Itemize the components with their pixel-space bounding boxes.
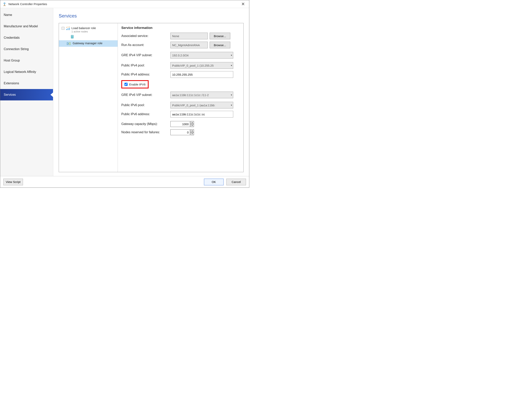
public-ipv6-address-field[interactable] — [170, 111, 233, 117]
row-associated-service: Associated service: Browse... — [121, 33, 239, 39]
run-as-field[interactable] — [170, 42, 208, 48]
sidebar: Name Manufacturer and Model Credentials … — [0, 8, 53, 176]
enable-ipv6-checkbox[interactable] — [125, 83, 128, 86]
gre-ipv6-subnet-combo[interactable] — [170, 92, 233, 98]
row-gre-ipv6: GRE IPv6 VIP subnet: ▾ — [121, 92, 239, 98]
public-ipv4-pool-combo[interactable] — [170, 62, 233, 69]
svg-rect-4 — [68, 28, 68, 30]
spin-down-icon[interactable]: ▼ — [190, 124, 194, 127]
associated-service-field[interactable] — [170, 33, 208, 39]
tree-item-load-balancer[interactable]: − Load balancer role 1 active nodes — [59, 25, 118, 34]
expand-collapse-icon[interactable]: − — [62, 27, 64, 30]
sidebar-item-host-group[interactable]: Host Group — [0, 55, 53, 66]
titlebar: Network Controller Properties ✕ — [0, 0, 249, 8]
row-public-ipv6-pool: Public IPv6 pool: ▾ — [121, 102, 239, 109]
spin-down-icon[interactable]: ▼ — [190, 132, 194, 135]
app-icon — [3, 2, 6, 6]
public-ipv6-pool-combo[interactable] — [170, 102, 233, 109]
services-panel: − Load balancer role 1 active nodes — [59, 23, 244, 172]
svg-rect-5 — [69, 28, 70, 30]
row-public-ipv4-pool: Public IPv4 pool: ▾ — [121, 62, 239, 69]
svg-rect-2 — [3, 6, 6, 6]
body: Name Manufacturer and Model Credentials … — [0, 8, 249, 176]
sidebar-item-credentials[interactable]: Credentials — [0, 32, 53, 43]
label-gateway-capacity: Gateway capacity (Mbps): — [121, 122, 170, 126]
footer: View Script OK Cancel — [0, 176, 249, 187]
svg-rect-10 — [71, 35, 73, 36]
tree-item-gateway-manager[interactable]: Gateway manager role — [59, 40, 118, 47]
cancel-button[interactable]: Cancel — [226, 179, 246, 185]
sidebar-item-logical-network-affinity[interactable]: Logical Network Affinity — [0, 66, 53, 78]
gateway-capacity-spinner[interactable] — [170, 121, 190, 127]
load-balancer-icon — [66, 27, 70, 30]
label-gre-ipv6: GRE IPv6 VIP subnet: — [121, 93, 170, 97]
row-public-ipv4-address: Public IPv4 address: — [121, 71, 239, 78]
sidebar-item-label: Services — [4, 93, 16, 96]
tree-item-subtext: 1 active nodes — [71, 30, 96, 33]
spin-up-icon[interactable]: ▲ — [190, 129, 194, 132]
sidebar-item-label: Manufacturer and Model — [4, 24, 38, 28]
gre-ipv4-subnet-combo[interactable] — [170, 52, 233, 58]
label-gre-ipv4: GRE IPv4 VIP subnet: — [121, 53, 170, 57]
sidebar-item-label: Connection String — [4, 47, 29, 51]
label-public-ipv6-pool: Public IPv6 pool: — [121, 103, 170, 107]
sidebar-item-extensions[interactable]: Extensions — [0, 78, 53, 89]
window-title: Network Controller Properties — [8, 2, 47, 6]
tree-item-label: Load balancer role — [71, 26, 96, 30]
row-public-ipv6-address: Public IPv6 address: — [121, 111, 239, 117]
ok-button[interactable]: OK — [204, 179, 224, 185]
svg-rect-1 — [4, 4, 5, 6]
svg-rect-11 — [67, 42, 68, 45]
sidebar-item-label: Extensions — [4, 82, 19, 85]
role-tree: − Load balancer role 1 active nodes — [59, 23, 118, 172]
svg-point-0 — [4, 3, 5, 4]
sidebar-item-label: Credentials — [4, 36, 20, 39]
sidebar-item-services[interactable]: Services — [0, 89, 53, 100]
sidebar-item-label: Logical Network Affinity — [4, 70, 36, 74]
properties-dialog: Network Controller Properties ✕ Name Man… — [0, 0, 249, 188]
row-gateway-capacity: Gateway capacity (Mbps): ▲ ▼ — [121, 121, 239, 127]
public-ipv4-address-field[interactable] — [170, 71, 233, 78]
svg-point-7 — [68, 27, 68, 28]
label-public-ipv6-address: Public IPv6 address: — [121, 112, 170, 116]
view-script-button[interactable]: View Script — [3, 179, 23, 185]
sidebar-item-label: Name — [4, 13, 12, 17]
label-public-ipv4-pool: Public IPv4 pool: — [121, 64, 170, 67]
node-icon[interactable] — [71, 35, 74, 39]
svg-rect-12 — [69, 42, 70, 45]
highlight-annotation: Enable IPV6 — [121, 80, 149, 88]
label-public-ipv4-address: Public IPv4 address: — [121, 73, 170, 76]
browse-run-as-button[interactable]: Browse... — [210, 42, 230, 48]
sidebar-item-connection-string[interactable]: Connection String — [0, 43, 53, 55]
service-form: Service information Associated service: … — [118, 23, 243, 172]
row-run-as: Run As account: Browse... — [121, 42, 239, 48]
browse-associated-service-button[interactable]: Browse... — [210, 33, 230, 39]
sidebar-item-name[interactable]: Name — [0, 9, 53, 21]
sidebar-item-label: Host Group — [4, 59, 20, 62]
tree-item-label: Gateway manager role — [73, 41, 102, 45]
label-associated-service: Associated service: — [121, 34, 170, 38]
main-pane: Services − — [53, 8, 249, 176]
nodes-reserved-spinner[interactable] — [170, 129, 190, 135]
page-title: Services — [59, 13, 244, 19]
section-title: Service information — [121, 26, 239, 30]
svg-point-8 — [69, 27, 70, 27]
label-nodes-reserved: Nodes reserved for failures: — [121, 130, 170, 134]
row-nodes-reserved: Nodes reserved for failures: ▲ ▼ — [121, 129, 239, 135]
gateway-icon — [67, 42, 71, 46]
row-gre-ipv4: GRE IPv4 VIP subnet: ▾ — [121, 52, 239, 58]
svg-rect-3 — [66, 29, 67, 30]
close-icon[interactable]: ✕ — [239, 1, 247, 7]
label-run-as: Run As account: — [121, 43, 170, 47]
svg-point-6 — [66, 27, 67, 28]
sidebar-item-manufacturer-model[interactable]: Manufacturer and Model — [0, 21, 53, 32]
spin-up-icon[interactable]: ▲ — [190, 121, 194, 124]
row-enable-ipv6: Enable IPV6 — [121, 80, 239, 88]
label-enable-ipv6: Enable IPV6 — [129, 83, 146, 86]
